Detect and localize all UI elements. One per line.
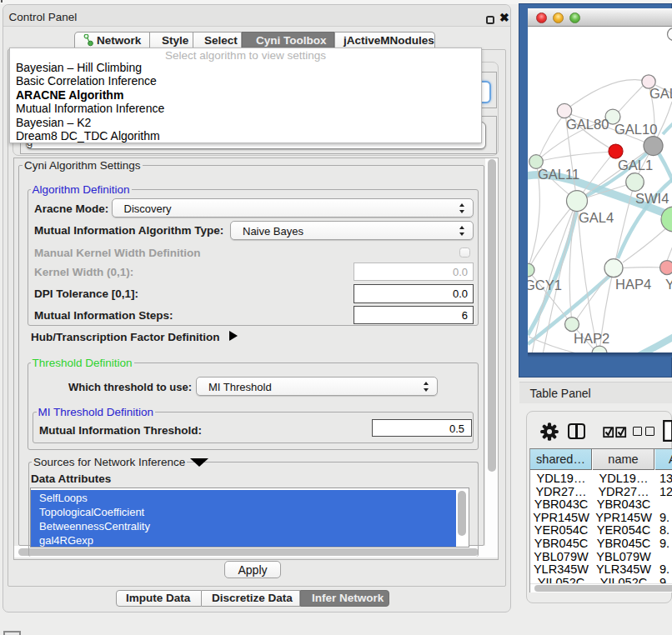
svg-text:HAP2: HAP2 (574, 331, 609, 346)
svg-text:GAL11: GAL11 (538, 167, 579, 182)
svg-text:Y: Y (665, 277, 672, 292)
svg-text:SWI4: SWI4 (635, 191, 669, 206)
svg-text:GAL1: GAL1 (618, 158, 653, 172)
svg-text:HAP4: HAP4 (615, 277, 651, 292)
svg-text:GAL4: GAL4 (579, 210, 614, 225)
svg-text:GAL10: GAL10 (614, 122, 657, 137)
svg-text:GCY1: GCY1 (528, 278, 562, 292)
svg-text:GAL80: GAL80 (566, 117, 609, 132)
svg-text:GAL7: GAL7 (649, 86, 672, 101)
